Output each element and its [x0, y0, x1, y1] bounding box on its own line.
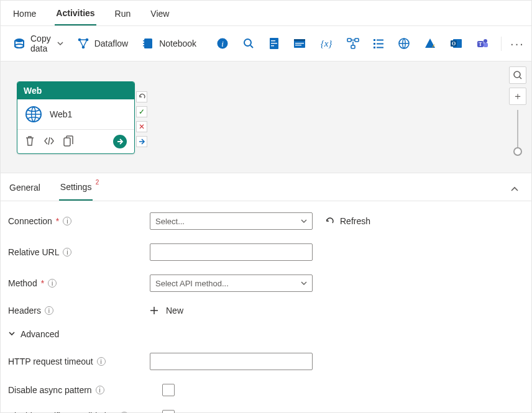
- list-icon[interactable]: [369, 35, 388, 52]
- activity-handles: ✓ ✕: [136, 91, 147, 147]
- timeout-input[interactable]: [150, 353, 313, 370]
- svg-rect-36: [484, 43, 488, 47]
- copy-data-icon: [13, 37, 25, 50]
- activity-type-label: Web: [17, 82, 134, 99]
- svg-rect-5: [144, 39, 152, 48]
- script-icon[interactable]: [265, 35, 283, 52]
- activity-name-label: Web1: [50, 109, 72, 119]
- copy-icon[interactable]: [63, 135, 73, 148]
- connection-select-placeholder: Select...: [155, 217, 185, 226]
- tab-home[interactable]: Home: [12, 6, 37, 25]
- relative-url-input[interactable]: [150, 243, 313, 261]
- pipeline-icon[interactable]: [343, 35, 363, 52]
- pipeline-canvas[interactable]: Web Web1 ✓ ✕ ＋: [1, 61, 531, 173]
- azure-icon[interactable]: [420, 35, 440, 52]
- tab-run[interactable]: Run: [114, 6, 132, 25]
- svg-rect-8: [143, 45, 145, 47]
- connection-label: Connection: [8, 216, 52, 226]
- svg-point-4: [81, 46, 85, 49]
- info-icon[interactable]: i: [63, 248, 71, 256]
- search-icon[interactable]: [239, 35, 259, 52]
- advanced-section-toggle[interactable]: Advanced: [8, 329, 524, 339]
- handle-undo-icon[interactable]: [136, 91, 147, 102]
- info-icon[interactable]: i: [97, 357, 106, 366]
- svg-point-0: [15, 39, 24, 42]
- refresh-button[interactable]: Refresh: [325, 216, 370, 226]
- required-marker: *: [41, 278, 44, 288]
- method-select[interactable]: Select API method...: [150, 275, 313, 292]
- copy-data-label: Copy data: [30, 34, 51, 53]
- run-arrow-icon[interactable]: [113, 135, 127, 148]
- svg-rect-19: [295, 45, 301, 45]
- svg-point-11: [244, 39, 251, 46]
- stored-procedure-icon[interactable]: [290, 35, 310, 52]
- disable-async-label: Disable async pattern: [8, 385, 92, 395]
- tab-general[interactable]: General: [8, 180, 42, 200]
- web-icon[interactable]: [394, 35, 414, 52]
- dataflow-button[interactable]: Dataflow: [73, 35, 132, 52]
- delete-icon[interactable]: [25, 135, 35, 148]
- headers-label: Headers: [8, 306, 41, 315]
- info-icon[interactable]: i: [48, 279, 57, 288]
- dataflow-label: Dataflow: [94, 39, 128, 48]
- svg-point-3: [85, 39, 88, 42]
- collapse-panel-icon[interactable]: [505, 183, 524, 198]
- chevron-down-icon: [301, 218, 307, 224]
- zoom-slider[interactable]: [517, 110, 518, 153]
- svg-text:T: T: [479, 42, 482, 47]
- info-icon[interactable]: i: [213, 35, 232, 52]
- notebook-button[interactable]: Notebook: [138, 35, 200, 52]
- svg-text:i: i: [221, 39, 224, 48]
- variable-icon[interactable]: {x}: [316, 35, 337, 52]
- svg-point-35: [484, 39, 487, 43]
- timeout-label: HTTP request timeout: [8, 356, 93, 366]
- handle-skip-icon[interactable]: [136, 136, 147, 147]
- svg-rect-28: [374, 47, 375, 48]
- dataflow-icon: [77, 37, 89, 50]
- toolbar: Copy data Dataflow Notebook i {x} O: [1, 26, 531, 61]
- svg-rect-26: [374, 43, 375, 45]
- code-icon[interactable]: [44, 137, 55, 147]
- svg-rect-17: [294, 39, 305, 41]
- tab-settings[interactable]: Settings 2: [59, 179, 93, 201]
- svg-rect-24: [374, 39, 375, 41]
- canvas-search-icon[interactable]: [509, 66, 526, 84]
- svg-rect-18: [295, 43, 304, 43]
- svg-point-40: [514, 71, 520, 78]
- svg-rect-14: [271, 43, 277, 43]
- svg-rect-13: [271, 40, 275, 41]
- svg-rect-25: [377, 40, 383, 41]
- method-select-placeholder: Select API method...: [155, 279, 229, 288]
- handle-failure-icon[interactable]: ✕: [136, 121, 147, 132]
- disable-cert-checkbox[interactable]: [162, 410, 175, 413]
- svg-rect-6: [143, 40, 145, 42]
- tab-settings-label: Settings: [60, 182, 92, 192]
- svg-point-2: [78, 39, 81, 42]
- tab-view[interactable]: View: [149, 6, 170, 25]
- connection-select[interactable]: Select...: [150, 212, 313, 230]
- refresh-label: Refresh: [340, 216, 370, 226]
- svg-rect-39: [64, 138, 70, 146]
- teams-icon[interactable]: T: [472, 35, 492, 52]
- top-tabs: Home Activities Run View: [1, 1, 531, 26]
- settings-form: Connection * i Select... Refresh Relativ…: [1, 201, 531, 413]
- info-icon[interactable]: i: [45, 306, 53, 315]
- advanced-label: Advanced: [21, 329, 59, 339]
- property-tabs: General Settings 2: [1, 173, 531, 201]
- chevron-down-icon: [57, 39, 63, 48]
- info-icon[interactable]: i: [63, 217, 71, 225]
- canvas-zoom-in-icon[interactable]: ＋: [509, 88, 526, 105]
- tab-activities[interactable]: Activities: [55, 6, 96, 25]
- svg-rect-27: [377, 43, 383, 45]
- new-header-button[interactable]: New: [150, 306, 183, 315]
- outlook-icon[interactable]: O: [446, 35, 466, 52]
- overflow-menu[interactable]: ···: [501, 37, 528, 51]
- info-icon[interactable]: i: [96, 386, 104, 394]
- activity-node-web[interactable]: Web Web1: [17, 81, 135, 154]
- refresh-icon: [325, 216, 335, 226]
- new-header-label: New: [166, 306, 183, 315]
- copy-data-button[interactable]: Copy data: [9, 31, 67, 56]
- svg-rect-29: [377, 47, 383, 48]
- handle-success-icon[interactable]: ✓: [136, 106, 147, 117]
- disable-async-checkbox[interactable]: [162, 384, 175, 396]
